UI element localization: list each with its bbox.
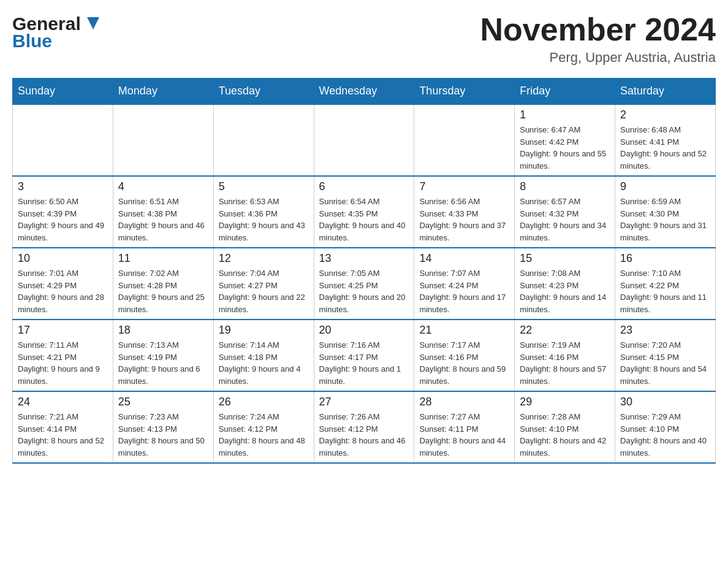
logo-triangle-icon [82,12,104,34]
day-number: 7 [419,180,509,193]
day-number: 3 [18,180,108,193]
col-sunday: Sunday [13,79,113,105]
day-info: Sunrise: 7:19 AMSunset: 4:16 PMDaylight:… [520,339,610,387]
day-info: Sunrise: 7:21 AMSunset: 4:14 PMDaylight:… [18,411,108,459]
day-number: 15 [520,252,610,265]
day-number: 29 [520,396,610,408]
day-number: 2 [620,109,710,121]
day-number: 5 [219,180,309,193]
table-row: 14Sunrise: 7:07 AMSunset: 4:24 PMDayligh… [414,248,515,320]
day-info: Sunrise: 7:13 AMSunset: 4:19 PMDaylight:… [118,339,208,387]
table-row: 11Sunrise: 7:02 AMSunset: 4:28 PMDayligh… [113,248,213,320]
table-row: 9Sunrise: 6:59 AMSunset: 4:30 PMDaylight… [615,176,716,248]
day-number: 6 [319,180,409,193]
day-number: 17 [18,324,108,337]
table-row: 20Sunrise: 7:16 AMSunset: 4:17 PMDayligh… [314,320,414,391]
day-info: Sunrise: 7:16 AMSunset: 4:17 PMDaylight:… [319,339,409,387]
day-info: Sunrise: 7:08 AMSunset: 4:23 PMDaylight:… [520,267,610,315]
table-row [13,104,113,176]
day-number: 21 [419,324,509,337]
table-row: 25Sunrise: 7:23 AMSunset: 4:13 PMDayligh… [113,391,213,463]
table-row: 6Sunrise: 6:54 AMSunset: 4:35 PMDaylight… [314,176,414,248]
day-info: Sunrise: 7:02 AMSunset: 4:28 PMDaylight:… [118,267,208,315]
location: Perg, Upper Austria, Austria [480,50,716,66]
day-info: Sunrise: 6:56 AMSunset: 4:33 PMDaylight:… [419,196,509,243]
calendar-table: Sunday Monday Tuesday Wednesday Thursday… [12,78,716,464]
day-number: 20 [319,324,409,337]
day-info: Sunrise: 7:29 AMSunset: 4:10 PMDaylight:… [620,411,710,459]
day-number: 4 [118,180,208,193]
logo-wordmark: General Blue [12,12,104,51]
day-info: Sunrise: 6:53 AMSunset: 4:36 PMDaylight:… [219,196,309,243]
table-row: 21Sunrise: 7:17 AMSunset: 4:16 PMDayligh… [414,320,515,391]
page-header: General Blue November 2024 Perg, Upper A… [12,12,716,66]
day-info: Sunrise: 6:48 AMSunset: 4:41 PMDaylight:… [620,124,710,172]
day-number: 27 [319,396,409,408]
table-row: 1Sunrise: 6:47 AMSunset: 4:42 PMDaylight… [515,104,615,176]
day-info: Sunrise: 6:59 AMSunset: 4:30 PMDaylight:… [620,196,710,243]
day-info: Sunrise: 6:47 AMSunset: 4:42 PMDaylight:… [520,124,610,172]
table-row [314,104,414,176]
day-number: 11 [118,252,208,265]
table-row: 24Sunrise: 7:21 AMSunset: 4:14 PMDayligh… [13,391,113,463]
day-info: Sunrise: 7:01 AMSunset: 4:29 PMDaylight:… [18,267,108,315]
day-number: 1 [520,109,610,121]
col-thursday: Thursday [414,79,515,105]
table-row: 29Sunrise: 7:28 AMSunset: 4:10 PMDayligh… [515,391,615,463]
calendar-week-row: 10Sunrise: 7:01 AMSunset: 4:29 PMDayligh… [13,248,716,320]
col-saturday: Saturday [615,79,716,105]
table-row: 13Sunrise: 7:05 AMSunset: 4:25 PMDayligh… [314,248,414,320]
table-row: 10Sunrise: 7:01 AMSunset: 4:29 PMDayligh… [13,248,113,320]
svg-marker-0 [87,17,99,29]
day-info: Sunrise: 7:07 AMSunset: 4:24 PMDaylight:… [419,267,509,315]
table-row: 26Sunrise: 7:24 AMSunset: 4:12 PMDayligh… [213,391,314,463]
day-info: Sunrise: 7:05 AMSunset: 4:25 PMDaylight:… [319,267,409,315]
month-title: November 2024 [480,12,716,47]
day-number: 30 [620,396,710,408]
table-row: 5Sunrise: 6:53 AMSunset: 4:36 PMDaylight… [213,176,314,248]
table-row: 28Sunrise: 7:27 AMSunset: 4:11 PMDayligh… [414,391,515,463]
table-row: 17Sunrise: 7:11 AMSunset: 4:21 PMDayligh… [13,320,113,391]
table-row: 19Sunrise: 7:14 AMSunset: 4:18 PMDayligh… [213,320,314,391]
day-info: Sunrise: 6:50 AMSunset: 4:39 PMDaylight:… [18,196,108,243]
day-number: 26 [219,396,309,408]
calendar-week-row: 3Sunrise: 6:50 AMSunset: 4:39 PMDaylight… [13,176,716,248]
day-number: 23 [620,324,710,337]
table-row: 3Sunrise: 6:50 AMSunset: 4:39 PMDaylight… [13,176,113,248]
table-row [414,104,515,176]
table-row: 22Sunrise: 7:19 AMSunset: 4:16 PMDayligh… [515,320,615,391]
day-number: 10 [18,252,108,265]
day-info: Sunrise: 7:23 AMSunset: 4:13 PMDaylight:… [118,411,208,459]
table-row: 27Sunrise: 7:26 AMSunset: 4:12 PMDayligh… [314,391,414,463]
table-row: 15Sunrise: 7:08 AMSunset: 4:23 PMDayligh… [515,248,615,320]
calendar-week-row: 1Sunrise: 6:47 AMSunset: 4:42 PMDaylight… [13,104,716,176]
day-info: Sunrise: 6:54 AMSunset: 4:35 PMDaylight:… [319,196,409,243]
table-row: 4Sunrise: 6:51 AMSunset: 4:38 PMDaylight… [113,176,213,248]
day-info: Sunrise: 7:27 AMSunset: 4:11 PMDaylight:… [419,411,509,459]
day-info: Sunrise: 7:14 AMSunset: 4:18 PMDaylight:… [219,339,309,387]
day-info: Sunrise: 7:11 AMSunset: 4:21 PMDaylight:… [18,339,108,387]
day-info: Sunrise: 7:17 AMSunset: 4:16 PMDaylight:… [419,339,509,387]
table-row: 18Sunrise: 7:13 AMSunset: 4:19 PMDayligh… [113,320,213,391]
table-row: 2Sunrise: 6:48 AMSunset: 4:41 PMDaylight… [615,104,716,176]
day-info: Sunrise: 7:26 AMSunset: 4:12 PMDaylight:… [319,411,409,459]
col-friday: Friday [515,79,615,105]
logo: General Blue [12,12,104,51]
day-info: Sunrise: 7:04 AMSunset: 4:27 PMDaylight:… [219,267,309,315]
day-number: 25 [118,396,208,408]
day-number: 19 [219,324,309,337]
day-number: 12 [219,252,309,265]
col-monday: Monday [113,79,213,105]
day-number: 13 [319,252,409,265]
table-row: 12Sunrise: 7:04 AMSunset: 4:27 PMDayligh… [213,248,314,320]
table-row: 7Sunrise: 6:56 AMSunset: 4:33 PMDaylight… [414,176,515,248]
day-info: Sunrise: 7:10 AMSunset: 4:22 PMDaylight:… [620,267,710,315]
day-number: 14 [419,252,509,265]
day-number: 24 [18,396,108,408]
col-tuesday: Tuesday [213,79,314,105]
table-row [113,104,213,176]
table-row: 30Sunrise: 7:29 AMSunset: 4:10 PMDayligh… [615,391,716,463]
title-block: November 2024 Perg, Upper Austria, Austr… [480,12,716,66]
calendar-header-row: Sunday Monday Tuesday Wednesday Thursday… [13,79,716,105]
day-number: 18 [118,324,208,337]
